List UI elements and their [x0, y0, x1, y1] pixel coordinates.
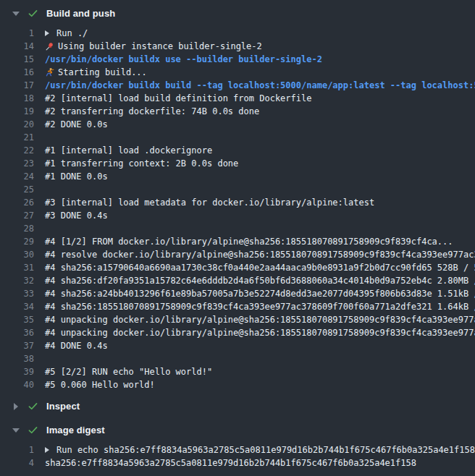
log-text: #2 DONE 0.0s: [45, 118, 108, 131]
log-text: /usr/bin/docker buildx build --tag local…: [45, 79, 475, 92]
log-line[interactable]: 1 Run echo sha256:e7ff8834a5963a2785c5a0…: [0, 443, 475, 456]
line-number: 35: [0, 313, 34, 326]
log-line[interactable]: 30 #4 resolve docker.io/library/alpine@s…: [0, 248, 475, 261]
log-line[interactable]: 22 #1 [internal] load .dockerignore: [0, 144, 475, 157]
line-number: 27: [0, 209, 34, 222]
log-line[interactable]: 33 #4 sha256:a24bb4013296f61e89ba57005a7…: [0, 287, 475, 300]
line-number: 1: [0, 443, 34, 456]
chevron-right-icon[interactable]: [45, 447, 53, 453]
log-line[interactable]: 16 Starting build...: [0, 66, 475, 79]
line-number: 25: [0, 183, 34, 196]
pushpin-icon: [45, 41, 54, 51]
line-number: 24: [0, 170, 34, 183]
log-line[interactable]: 31 #4 sha256:a15790640a6690aa1730c38cf0a…: [0, 261, 475, 274]
log-text: #4 sha256:df20fa9351a15782c64e6dddb2d4a6…: [45, 274, 475, 287]
line-number: 15: [0, 53, 34, 66]
log-text: Starting build...: [58, 66, 147, 79]
log-line[interactable]: 1 Run ./: [0, 27, 475, 40]
line-number: 30: [0, 248, 34, 261]
log-text: sha256:e7ff8834a5963a2785c5a0811e979d16b…: [45, 456, 416, 469]
log-text: Using builder instance builder-single-2: [58, 40, 262, 53]
line-number: 4: [0, 456, 34, 469]
line-number: 22: [0, 144, 34, 157]
section-title: Image digest: [46, 425, 105, 435]
log-line[interactable]: 20 #2 DONE 0.0s: [0, 118, 475, 131]
log-text: Run ./: [56, 27, 88, 40]
log-text: /usr/bin/docker buildx use --builder bui…: [45, 53, 322, 66]
log-text: #2 [internal] load build definition from…: [45, 92, 311, 105]
log-text: #4 sha256:a15790640a6690aa1730c38cf0a440…: [45, 261, 475, 274]
log-line[interactable]: 34 #4 sha256:185518070891758909c9f839cf4…: [0, 300, 475, 313]
line-number: 16: [0, 66, 34, 79]
chevron-right-icon[interactable]: [45, 30, 53, 36]
line-number: 37: [0, 339, 34, 352]
line-number: 31: [0, 261, 34, 274]
log-text: #3 DONE 0.4s: [45, 209, 108, 222]
line-number: 36: [0, 326, 34, 339]
check-icon: [28, 425, 39, 436]
log-line[interactable]: 21: [0, 131, 475, 144]
log-text: #4 sha256:185518070891758909c9f839cf4ca3…: [45, 300, 475, 313]
log-section: Build and push 1 Run ./ 14 Using builder…: [0, 1, 475, 394]
log-text: #5 0.060 Hello world!: [45, 378, 155, 391]
line-number: 29: [0, 235, 34, 248]
log-section: Image digest 1 Run echo sha256:e7ff8834a…: [0, 418, 475, 472]
log-line[interactable]: 37 #4 DONE 0.4s: [0, 339, 475, 352]
section-header[interactable]: Image digest: [0, 418, 475, 442]
log-line[interactable]: 39 #5 [2/2] RUN echo "Hello world!": [0, 365, 475, 378]
chevron-down-icon[interactable]: [12, 428, 20, 433]
line-number: 17: [0, 79, 34, 92]
log-line[interactable]: 23 #1 transferring context: 2B 0.0s done: [0, 157, 475, 170]
log-line[interactable]: 4 sha256:e7ff8834a5963a2785c5a0811e979d1…: [0, 456, 475, 469]
log-line[interactable]: 35 #4 unpacking docker.io/library/alpine…: [0, 313, 475, 326]
log-text: #4 sha256:a24bb4013296f61e89ba57005a7b3e…: [45, 287, 475, 300]
line-number: 19: [0, 105, 34, 118]
log-line[interactable]: 24 #1 DONE 0.0s: [0, 170, 475, 183]
log-line[interactable]: 18 #2 [internal] load build definition f…: [0, 92, 475, 105]
section-header[interactable]: Build and push: [0, 1, 475, 25]
log-line[interactable]: 25: [0, 183, 475, 196]
log-line[interactable]: 17 /usr/bin/docker buildx build --tag lo…: [0, 79, 475, 92]
log-line[interactable]: 15 /usr/bin/docker buildx use --builder …: [0, 53, 475, 66]
line-number: 40: [0, 378, 34, 391]
check-icon: [28, 8, 39, 20]
section-log-body: 1 Run echo sha256:e7ff8834a5963a2785c5a0…: [0, 442, 475, 472]
log-text: #4 [1/2] FROM docker.io/library/alpine@s…: [45, 235, 453, 248]
log-line[interactable]: 14 Using builder instance builder-single…: [0, 40, 475, 53]
line-number: 39: [0, 365, 34, 378]
line-number: 1: [0, 27, 34, 40]
chevron-down-icon[interactable]: [12, 12, 20, 16]
section-header[interactable]: Inspect: [0, 394, 475, 418]
log-line[interactable]: 38: [0, 352, 475, 365]
log-text: #1 DONE 0.0s: [45, 170, 108, 183]
log-section: Inspect: [0, 394, 475, 418]
log-line[interactable]: 19 #2 transferring dockerfile: 74B 0.0s …: [0, 105, 475, 118]
section-log-body: 1 Run ./ 14 Using builder instance build…: [0, 25, 475, 394]
chevron-right-icon[interactable]: [12, 403, 20, 410]
log-text: #4 unpacking docker.io/library/alpine@sh…: [45, 313, 475, 326]
runner-icon: [45, 67, 54, 77]
log-line[interactable]: 36 #4 unpacking docker.io/library/alpine…: [0, 326, 475, 339]
line-number: 20: [0, 118, 34, 131]
log-line[interactable]: 27 #3 DONE 0.4s: [0, 209, 475, 222]
log-text: #4 unpacking docker.io/library/alpine@sh…: [45, 326, 475, 339]
section-title: Build and push: [46, 8, 115, 19]
log-text: #1 [internal] load .dockerignore: [45, 144, 212, 157]
log-text: #5 [2/2] RUN echo "Hello world!": [45, 365, 212, 378]
line-number: 32: [0, 274, 34, 287]
log-line[interactable]: 32 #4 sha256:df20fa9351a15782c64e6dddb2d…: [0, 274, 475, 287]
log-text: #2 transferring dockerfile: 74B 0.0s don…: [45, 105, 259, 118]
log-text: #1 transferring context: 2B 0.0s done: [45, 157, 238, 170]
line-number: 34: [0, 300, 34, 313]
log-text: #4 DONE 0.4s: [45, 339, 108, 352]
line-number: 21: [0, 131, 34, 144]
line-number: 33: [0, 287, 34, 300]
log-line[interactable]: 29 #4 [1/2] FROM docker.io/library/alpin…: [0, 235, 475, 248]
line-number: 26: [0, 196, 34, 209]
log-line[interactable]: 26 #3 [internal] load metadata for docke…: [0, 196, 475, 209]
log-text: #3 [internal] load metadata for docker.i…: [45, 196, 374, 209]
log-line[interactable]: 40 #5 0.060 Hello world!: [0, 378, 475, 391]
log-line[interactable]: 28: [0, 222, 475, 235]
log-text: #4 resolve docker.io/library/alpine@sha2…: [45, 248, 475, 261]
line-number: 18: [0, 92, 34, 105]
